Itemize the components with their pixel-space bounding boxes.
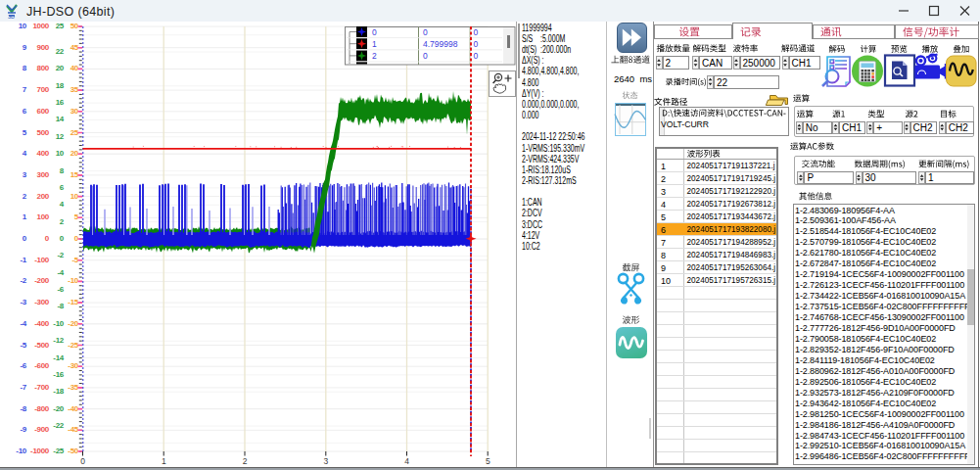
svg-text:0: 0 [474,27,479,37]
svg-text:0: 0 [474,39,479,49]
svg-text:0: 0 [423,27,428,37]
svg-text:0: 0 [372,27,377,37]
svg-text:0: 0 [423,51,428,61]
svg-text:0: 0 [474,51,479,61]
svg-text:2: 2 [372,51,377,61]
svg-text:4.799998: 4.799998 [423,39,458,49]
svg-text:1: 1 [372,39,377,49]
